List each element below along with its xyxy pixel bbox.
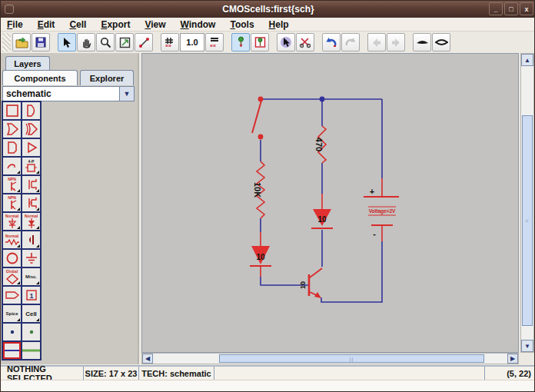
- palette-four-port[interactable]: 4-P: [22, 158, 40, 174]
- redo-button[interactable]: [341, 33, 360, 51]
- draw-wire-button[interactable]: [135, 33, 153, 51]
- horizontal-scrollbar[interactable]: ◀ || ▶: [141, 353, 519, 364]
- zoom-mode-button[interactable]: [96, 33, 115, 51]
- palette-ground[interactable]: [22, 250, 40, 267]
- schematic-canvas[interactable]: 10K 470 10 10: [141, 53, 519, 353]
- palette-instance[interactable]: 1: [22, 287, 40, 304]
- palette-misc[interactable]: Misc.: [22, 268, 40, 285]
- palette-capacitor[interactable]: [22, 231, 40, 248]
- undo-button[interactable]: [322, 33, 341, 51]
- collapse-cell-button[interactable]: [432, 33, 450, 51]
- led-middle[interactable]: 10: [311, 194, 333, 228]
- palette-source[interactable]: [3, 250, 21, 267]
- status-bar: NOTHING SELECTED SIZE: 17 x 23 TECH: sch…: [1, 365, 535, 380]
- resistor-470[interactable]: 470: [314, 126, 326, 163]
- minimize-button[interactable]: _: [489, 2, 503, 15]
- cut-button[interactable]: [296, 33, 314, 51]
- menu-edit[interactable]: Edit: [38, 19, 55, 30]
- vertical-scrollbar[interactable]: ▲ = ▼: [520, 53, 534, 353]
- tab-layers[interactable]: Layers: [5, 56, 50, 70]
- palette-nmos-transistor[interactable]: [22, 176, 40, 193]
- palette-cell-label: Cell: [25, 312, 37, 316]
- vertical-scroll-thumb[interactable]: =: [522, 115, 533, 326]
- palette-global[interactable]: Global: [3, 268, 21, 285]
- switch-lever[interactable]: [252, 101, 261, 133]
- palette-buffer[interactable]: [22, 139, 40, 156]
- scroll-right-button[interactable]: ▶: [507, 354, 518, 364]
- close-button[interactable]: x: [520, 2, 533, 15]
- palette-xor-gate[interactable]: [22, 121, 40, 138]
- palette-flipflop[interactable]: [3, 102, 21, 119]
- tab-components[interactable]: Components: [2, 70, 78, 85]
- npn-transistor-component[interactable]: 10: [299, 268, 322, 298]
- palette-spice[interactable]: Spice: [3, 305, 21, 322]
- thumb-grip: =: [525, 218, 529, 224]
- palette-or-gate[interactable]: [3, 121, 21, 138]
- palette-resistor[interactable]: Normal: [3, 231, 21, 248]
- led-left[interactable]: 10: [250, 232, 271, 277]
- palette-node[interactable]: [22, 324, 40, 341]
- tab-explorer[interactable]: Explorer: [80, 70, 134, 85]
- horizontal-scroll-thumb[interactable]: ||: [219, 354, 484, 363]
- scroll-left-button[interactable]: ◀: [142, 354, 153, 364]
- pan-hand-icon: [81, 37, 92, 48]
- resistor-10k[interactable]: 10K: [253, 161, 264, 218]
- palette-npn-transistor[interactable]: NPN: [3, 176, 21, 193]
- palette-pnp-transistor[interactable]: NPN: [3, 194, 21, 211]
- menu-export[interactable]: Export: [101, 19, 130, 30]
- wire-net[interactable]: [261, 99, 382, 302]
- palette-and-gate[interactable]: [22, 102, 40, 119]
- palette-wire-arc[interactable]: [3, 342, 21, 359]
- scroll-up-button[interactable]: ▲: [521, 54, 533, 66]
- technology-select[interactable]: schematic ▼: [2, 86, 135, 101]
- palette-bus-arc[interactable]: [22, 342, 40, 359]
- popup-arrow-icon: [17, 189, 20, 192]
- led-middle-label: 10: [317, 215, 327, 224]
- menu-file[interactable]: File: [7, 19, 23, 30]
- menu-cell[interactable]: Cell: [69, 19, 86, 30]
- palette-diode[interactable]: Normal: [3, 213, 21, 230]
- wire-emitter-bottom[interactable]: [321, 241, 382, 302]
- pan-mode-button[interactable]: [77, 33, 95, 51]
- palette-offpage[interactable]: [3, 287, 21, 304]
- export-port-button[interactable]: [251, 33, 269, 51]
- menu-tools[interactable]: Tools: [230, 19, 254, 30]
- title-bar[interactable]: CMOScells:first{sch} _ □ x: [1, 1, 535, 18]
- switch-contact-top[interactable]: [258, 97, 264, 102]
- show-ports-button[interactable]: [231, 33, 250, 51]
- select-objects-button[interactable]: [277, 33, 295, 51]
- chevron-down-icon[interactable]: ▼: [119, 87, 134, 101]
- save-button[interactable]: [32, 33, 50, 51]
- grid-spacing-input[interactable]: [180, 33, 204, 51]
- maximize-button[interactable]: □: [504, 2, 518, 15]
- switch-contact-bottom[interactable]: [258, 135, 264, 140]
- open-button[interactable]: [12, 33, 31, 51]
- menu-help[interactable]: Help: [269, 19, 289, 30]
- toggle-grid-button[interactable]: »»: [161, 33, 179, 51]
- status-coordinates: (5, 22): [485, 367, 535, 380]
- switch-component[interactable]: [252, 97, 263, 140]
- expand-cell-button[interactable]: [413, 33, 431, 51]
- select-mode-button[interactable]: [58, 33, 76, 51]
- battery-voltage-label[interactable]: Voltage=2V: [369, 208, 396, 214]
- transistor-collector[interactable]: [310, 268, 322, 277]
- palette-pin[interactable]: [3, 324, 21, 341]
- window-title: CMOScells:first{sch}: [1, 4, 535, 15]
- popup-arrow-icon: [36, 318, 39, 321]
- battery-component[interactable]: Voltage=2V + -: [364, 178, 399, 241]
- palette-led-diode[interactable]: Normal: [22, 213, 40, 230]
- menu-view[interactable]: View: [145, 19, 165, 30]
- junction-dot[interactable]: [320, 97, 325, 102]
- go-forward-button[interactable]: [387, 33, 405, 51]
- toolbar-handle[interactable]: [2, 33, 11, 51]
- palette-pmos-transistor[interactable]: [22, 194, 40, 211]
- popup-arrow-icon: [17, 244, 20, 247]
- go-back-button[interactable]: [367, 33, 386, 51]
- zoom-fit-button[interactable]: [115, 33, 134, 51]
- palette-mux[interactable]: [3, 139, 21, 156]
- grid-align-button[interactable]: ««: [205, 33, 224, 51]
- scroll-down-button[interactable]: ▼: [521, 340, 533, 352]
- menu-window[interactable]: Window: [181, 19, 216, 30]
- palette-cell[interactable]: Cell: [22, 305, 40, 322]
- palette-switch[interactable]: [3, 158, 21, 174]
